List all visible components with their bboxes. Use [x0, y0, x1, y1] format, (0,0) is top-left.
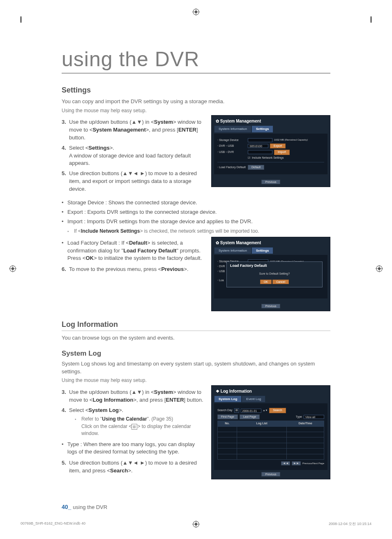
tab-settings[interactable]: Settings	[251, 247, 274, 254]
log-intro: You can browse logs on the system and ev…	[62, 334, 330, 342]
diamond-icon: ❖	[216, 389, 219, 393]
screenshot-system-management-settings: ✿ System Management System Information S…	[211, 115, 330, 187]
syslog-intro-2: Using the mouse may help easy setup.	[62, 377, 330, 384]
first-page-button[interactable]: First Page	[217, 414, 238, 419]
step-5: 5. Use direction buttons (▲▼◄ ►) to move…	[62, 170, 204, 193]
sub-include-network: If <Include Network Settings> is checked…	[67, 228, 330, 235]
spinner-icon[interactable]: ▲▼	[263, 409, 268, 412]
calendar-icon[interactable]: ⊞	[234, 408, 239, 412]
settings-intro-2: Using the mouse may help easy setup.	[62, 107, 330, 114]
include-network-checkbox[interactable]: ☑	[248, 156, 250, 160]
tab-settings[interactable]: Settings	[251, 125, 274, 133]
export-button[interactable]: Export	[270, 143, 286, 148]
bullet-import: Import : Imports DVR settings from the s…	[62, 218, 330, 226]
calendar-icon: ⊞	[131, 424, 137, 430]
heading-system-log: System Log	[62, 349, 330, 358]
registration-icon	[376, 265, 383, 274]
previous-button[interactable]: Previous	[261, 472, 280, 477]
print-file: 00769B_SHR-8162_ENG-NEW.indb 40	[21, 521, 85, 527]
storage-device-select[interactable]	[248, 138, 272, 142]
syslog-step-3: 3. Use the up/down buttons (▲▼) in <Syst…	[62, 389, 204, 404]
dialog-message: Sure to Default Setting?	[230, 272, 319, 275]
next-page-icon[interactable]: ►►	[292, 461, 301, 465]
tab-event-log[interactable]: Event Log	[242, 396, 265, 403]
syslog-step-5: 5. Use direction buttons (▲▼◄ ►) to move…	[62, 459, 204, 475]
registration-icon	[192, 8, 200, 18]
gear-icon: ✿	[216, 241, 219, 245]
log-table: No.Log ListDate/Time	[217, 421, 324, 460]
last-page-button[interactable]: Last Page	[240, 414, 260, 419]
prev-page-icon[interactable]: ◄◄	[281, 461, 290, 465]
crop-mark	[371, 16, 371, 23]
type-select[interactable]: View all	[304, 415, 324, 419]
page-footer: 40_using the DVR	[62, 504, 107, 510]
ok-button[interactable]: OK	[260, 280, 272, 284]
syslog-intro-1: System Log shows log and timestamp on ev…	[62, 360, 330, 376]
col-log-list: Log List	[237, 421, 287, 426]
search-button[interactable]: Search	[269, 408, 286, 413]
tab-system-information[interactable]: System Information	[214, 125, 251, 133]
usb-dvr-select[interactable]	[248, 150, 272, 154]
syslog-sub-a: Refer to "Using the Calendar". (Page 35)…	[75, 416, 204, 437]
gear-icon: ✿	[216, 119, 219, 123]
registration-icon	[9, 265, 16, 274]
previous-button[interactable]: Previous	[261, 304, 280, 308]
tab-system-information[interactable]: System Information	[214, 247, 251, 254]
col-no: No.	[218, 421, 237, 426]
step-6: 6. To move to the previous menu, press <…	[62, 266, 204, 273]
previous-button[interactable]: Previous	[261, 180, 280, 184]
search-day-input[interactable]: 2008-01-01	[241, 409, 261, 413]
settings-intro-1: You can copy and import the DVR settings…	[62, 98, 330, 106]
crop-mark	[21, 16, 21, 23]
default-button[interactable]: Default	[248, 165, 264, 170]
page-title: using the DVR	[62, 47, 330, 74]
col-date-time: Date/Time	[287, 421, 324, 426]
dialog-title: Load Factory Default	[230, 264, 319, 268]
step-4: 4. Select <Settings>. A window of storag…	[62, 144, 204, 168]
bullet-storage: Storage Device : Shows the connected sto…	[62, 199, 330, 207]
print-date: 2008-12-04 오전 10:15:14	[329, 521, 371, 527]
screenshot-load-factory-default: ✿ System Management System Information S…	[211, 237, 330, 311]
heading-log-information: Log Information	[62, 320, 330, 331]
syslog-step-4: 4. Select <System Log>. Refer to "Using …	[62, 407, 204, 437]
import-button[interactable]: Import	[274, 150, 290, 155]
dvr-usb-input[interactable]: 38510100	[248, 144, 268, 148]
bullet-type: Type : When there are too many logs, you…	[62, 441, 204, 456]
step-3: 3. Use the up/down buttons (▲▼) in <Syst…	[62, 118, 204, 142]
screenshot-log-information: ❖ Log Information System Log Event Log S…	[211, 385, 330, 479]
bullet-factory-default: Load Factory Default : If <Default> is s…	[62, 239, 204, 263]
cancel-button[interactable]: Cancel	[272, 280, 289, 284]
heading-settings: Settings	[62, 86, 330, 95]
bullet-export: Export : Exports DVR settings to the con…	[62, 208, 330, 216]
tab-system-log[interactable]: System Log	[214, 396, 242, 403]
